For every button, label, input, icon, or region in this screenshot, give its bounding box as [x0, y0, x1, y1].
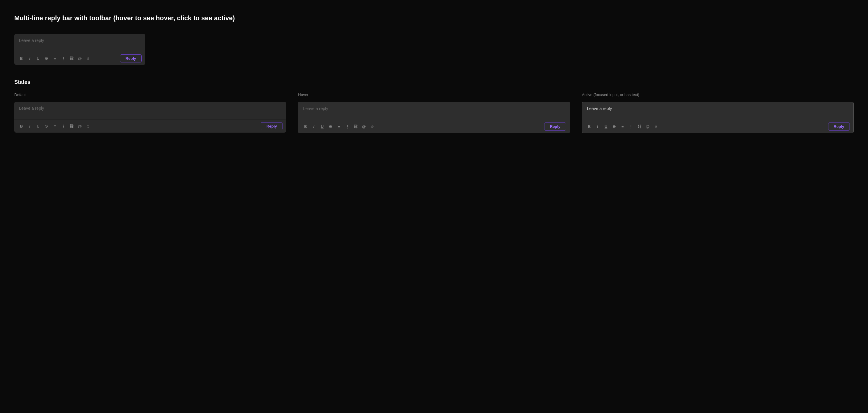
- demo-reply-bar: B I U S ≡ ⋮ ⛓ @ ☺ Reply: [14, 34, 145, 65]
- states-heading: States: [14, 79, 854, 85]
- hover-mention-button[interactable]: @: [360, 123, 367, 130]
- default-reply-bar: B I U S ≡ ⋮ ⛓ @ ☺ Reply: [14, 102, 286, 133]
- active-reply-textarea[interactable]: [582, 102, 854, 120]
- default-strikethrough-button[interactable]: S: [43, 123, 50, 130]
- default-state-column: Default B I U S ≡ ⋮ ⛓ @ ☺ Reply: [14, 93, 286, 133]
- default-ordered-list-button[interactable]: ⋮: [60, 123, 67, 130]
- hover-strikethrough-button[interactable]: S: [327, 123, 334, 130]
- hover-reply-button[interactable]: Reply: [544, 123, 566, 131]
- hover-underline-button[interactable]: U: [318, 123, 326, 130]
- demo-reply-textarea[interactable]: [14, 34, 145, 52]
- default-mention-button[interactable]: @: [76, 123, 83, 130]
- hover-link-button[interactable]: ⛓: [352, 123, 359, 130]
- active-mention-button[interactable]: @: [644, 123, 651, 130]
- hover-reply-textarea[interactable]: [298, 102, 569, 120]
- link-button[interactable]: ⛓: [68, 55, 75, 62]
- active-reply-bar: B I U S ≡ ⋮ ⛓ @ ☺ Reply: [582, 102, 854, 133]
- states-section: States Default B I U S ≡ ⋮ ⛓ @ ☺ Reply: [14, 79, 854, 133]
- hover-bullet-list-button[interactable]: ≡: [335, 123, 342, 130]
- hover-state-column: Hover B I U S ≡ ⋮ ⛓ @ ☺ Reply: [298, 93, 570, 133]
- bold-button[interactable]: B: [18, 55, 25, 62]
- default-reply-textarea[interactable]: [14, 102, 286, 119]
- default-link-button[interactable]: ⛓: [68, 123, 75, 130]
- page-title: Multi-line reply bar with toolbar (hover…: [14, 14, 854, 22]
- default-underline-button[interactable]: U: [34, 123, 42, 130]
- hover-emoji-button[interactable]: ☺: [369, 123, 376, 130]
- emoji-button[interactable]: ☺: [85, 55, 92, 62]
- active-underline-button[interactable]: U: [602, 123, 610, 130]
- strikethrough-button[interactable]: S: [43, 55, 50, 62]
- active-state-column: Active (focused input, or has text) B I …: [582, 93, 854, 133]
- italic-button[interactable]: I: [26, 55, 33, 62]
- active-link-button[interactable]: ⛓: [636, 123, 643, 130]
- default-emoji-button[interactable]: ☺: [85, 123, 92, 130]
- hover-bold-button[interactable]: B: [302, 123, 309, 130]
- active-state-label: Active (focused input, or has text): [582, 93, 854, 97]
- hover-reply-bar: B I U S ≡ ⋮ ⛓ @ ☺ Reply: [298, 102, 570, 133]
- default-toolbar: B I U S ≡ ⋮ ⛓ @ ☺ Reply: [14, 119, 286, 133]
- default-state-label: Default: [14, 93, 286, 97]
- active-strikethrough-button[interactable]: S: [611, 123, 618, 130]
- hover-ordered-list-button[interactable]: ⋮: [343, 123, 351, 130]
- hover-state-label: Hover: [298, 93, 570, 97]
- default-italic-button[interactable]: I: [26, 123, 33, 130]
- default-bullet-list-button[interactable]: ≡: [51, 123, 58, 130]
- hover-italic-button[interactable]: I: [310, 123, 317, 130]
- active-toolbar: B I U S ≡ ⋮ ⛓ @ ☺ Reply: [582, 120, 854, 133]
- mention-button[interactable]: @: [76, 55, 83, 62]
- default-bold-button[interactable]: B: [18, 123, 25, 130]
- active-bold-button[interactable]: B: [586, 123, 593, 130]
- demo-reply-button[interactable]: Reply: [120, 55, 142, 63]
- demo-toolbar: B I U S ≡ ⋮ ⛓ @ ☺ Reply: [14, 52, 145, 65]
- hover-toolbar: B I U S ≡ ⋮ ⛓ @ ☺ Reply: [298, 120, 569, 133]
- active-emoji-button[interactable]: ☺: [652, 123, 660, 130]
- bullet-list-button[interactable]: ≡: [51, 55, 58, 62]
- underline-button[interactable]: U: [34, 55, 42, 62]
- active-ordered-list-button[interactable]: ⋮: [627, 123, 634, 130]
- default-reply-button[interactable]: Reply: [261, 122, 282, 130]
- ordered-list-button[interactable]: ⋮: [60, 55, 67, 62]
- active-italic-button[interactable]: I: [594, 123, 601, 130]
- active-bullet-list-button[interactable]: ≡: [619, 123, 626, 130]
- active-reply-button[interactable]: Reply: [828, 123, 850, 131]
- states-grid: Default B I U S ≡ ⋮ ⛓ @ ☺ Reply: [14, 93, 854, 133]
